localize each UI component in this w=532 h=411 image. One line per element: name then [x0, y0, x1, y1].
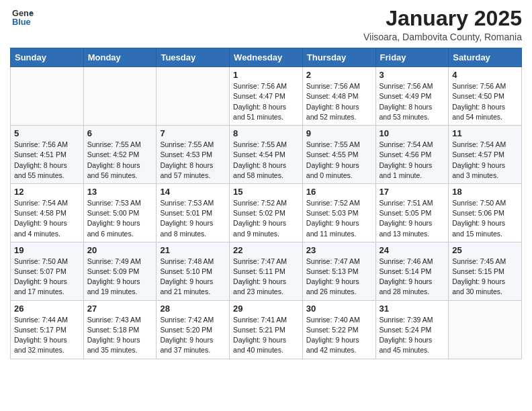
calendar-cell [83, 67, 157, 126]
day-info: Sunrise: 7:44 AMSunset: 5:17 PMDaylight:… [14, 315, 80, 356]
day-number: 22 [233, 245, 299, 255]
calendar-cell: 7Sunrise: 7:55 AMSunset: 4:53 PMDaylight… [157, 126, 230, 184]
location: Viisoara, Dambovita County, Romania [363, 32, 522, 42]
week-row-1: 1Sunrise: 7:56 AMSunset: 4:47 PMDaylight… [11, 67, 522, 126]
logo: General Blue [10, 7, 34, 31]
day-number: 12 [14, 187, 80, 197]
calendar-cell: 12Sunrise: 7:54 AMSunset: 4:58 PMDayligh… [11, 183, 84, 242]
day-number: 24 [380, 245, 445, 255]
calendar-cell: 3Sunrise: 7:56 AMSunset: 4:49 PMDaylight… [375, 67, 449, 126]
weekday-header-friday: Friday [375, 48, 449, 67]
day-number: 15 [233, 187, 299, 197]
day-info: Sunrise: 7:52 AMSunset: 5:02 PMDaylight:… [233, 198, 299, 239]
calendar-cell: 21Sunrise: 7:48 AMSunset: 5:10 PMDayligh… [157, 242, 230, 300]
day-info: Sunrise: 7:55 AMSunset: 4:54 PMDaylight:… [233, 140, 299, 181]
calendar-cell: 19Sunrise: 7:50 AMSunset: 5:07 PMDayligh… [11, 242, 84, 300]
day-number: 4 [452, 70, 518, 80]
day-number: 7 [160, 128, 226, 138]
day-number: 18 [452, 187, 518, 197]
calendar-cell: 26Sunrise: 7:44 AMSunset: 5:17 PMDayligh… [11, 300, 84, 359]
day-number: 26 [14, 304, 80, 314]
calendar-cell: 27Sunrise: 7:43 AMSunset: 5:18 PMDayligh… [83, 300, 157, 359]
day-info: Sunrise: 7:47 AMSunset: 5:13 PMDaylight:… [306, 257, 372, 298]
day-number: 27 [87, 304, 153, 314]
calendar-cell: 4Sunrise: 7:56 AMSunset: 4:50 PMDaylight… [449, 67, 522, 126]
day-info: Sunrise: 7:48 AMSunset: 5:10 PMDaylight:… [160, 257, 226, 298]
day-number: 25 [452, 245, 518, 255]
day-info: Sunrise: 7:54 AMSunset: 4:57 PMDaylight:… [452, 140, 518, 181]
weekday-header-row: SundayMondayTuesdayWednesdayThursdayFrid… [11, 48, 522, 67]
calendar-cell: 10Sunrise: 7:54 AMSunset: 4:56 PMDayligh… [375, 126, 449, 184]
day-info: Sunrise: 7:56 AMSunset: 4:47 PMDaylight:… [233, 81, 299, 122]
day-info: Sunrise: 7:42 AMSunset: 5:20 PMDaylight:… [160, 315, 226, 356]
day-info: Sunrise: 7:39 AMSunset: 5:24 PMDaylight:… [380, 315, 445, 356]
calendar-cell: 6Sunrise: 7:55 AMSunset: 4:52 PMDaylight… [83, 126, 157, 184]
day-info: Sunrise: 7:52 AMSunset: 5:03 PMDaylight:… [306, 198, 372, 239]
day-info: Sunrise: 7:54 AMSunset: 4:58 PMDaylight:… [14, 198, 80, 239]
header: General Blue January 2025 Viisoara, Damb… [10, 7, 522, 42]
day-number: 11 [452, 128, 518, 138]
day-number: 21 [160, 245, 226, 255]
day-info: Sunrise: 7:56 AMSunset: 4:51 PMDaylight:… [14, 140, 80, 181]
calendar-cell: 23Sunrise: 7:47 AMSunset: 5:13 PMDayligh… [302, 242, 375, 300]
calendar-cell: 30Sunrise: 7:40 AMSunset: 5:22 PMDayligh… [302, 300, 375, 359]
day-number: 13 [87, 187, 153, 197]
calendar-cell [449, 300, 522, 359]
weekday-header-monday: Monday [83, 48, 157, 67]
svg-text:Blue: Blue [12, 17, 31, 27]
day-number: 3 [380, 70, 445, 80]
day-number: 23 [306, 245, 372, 255]
calendar-cell: 5Sunrise: 7:56 AMSunset: 4:51 PMDaylight… [11, 126, 84, 184]
calendar-cell: 28Sunrise: 7:42 AMSunset: 5:20 PMDayligh… [157, 300, 230, 359]
calendar-cell: 18Sunrise: 7:50 AMSunset: 5:06 PMDayligh… [449, 183, 522, 242]
week-row-2: 5Sunrise: 7:56 AMSunset: 4:51 PMDaylight… [11, 126, 522, 184]
day-info: Sunrise: 7:46 AMSunset: 5:14 PMDaylight:… [380, 257, 445, 298]
calendar-cell: 13Sunrise: 7:53 AMSunset: 5:00 PMDayligh… [83, 183, 157, 242]
day-number: 6 [87, 128, 153, 138]
day-info: Sunrise: 7:45 AMSunset: 5:15 PMDaylight:… [452, 257, 518, 298]
calendar: SundayMondayTuesdayWednesdayThursdayFrid… [10, 48, 522, 359]
title-block: January 2025 Viisoara, Dambovita County,… [363, 7, 522, 42]
day-info: Sunrise: 7:54 AMSunset: 4:56 PMDaylight:… [380, 140, 445, 181]
day-info: Sunrise: 7:50 AMSunset: 5:07 PMDaylight:… [14, 257, 80, 298]
day-info: Sunrise: 7:49 AMSunset: 5:09 PMDaylight:… [87, 257, 153, 298]
month-title: January 2025 [363, 7, 522, 30]
calendar-cell: 29Sunrise: 7:41 AMSunset: 5:21 PMDayligh… [230, 300, 303, 359]
day-number: 28 [160, 304, 226, 314]
day-number: 30 [306, 304, 372, 314]
day-info: Sunrise: 7:56 AMSunset: 4:48 PMDaylight:… [306, 81, 372, 122]
day-number: 9 [306, 128, 372, 138]
day-info: Sunrise: 7:55 AMSunset: 4:53 PMDaylight:… [160, 140, 226, 181]
day-number: 10 [380, 128, 445, 138]
day-number: 5 [14, 128, 80, 138]
day-number: 19 [14, 245, 80, 255]
day-info: Sunrise: 7:40 AMSunset: 5:22 PMDaylight:… [306, 315, 372, 356]
day-info: Sunrise: 7:50 AMSunset: 5:06 PMDaylight:… [452, 198, 518, 239]
day-info: Sunrise: 7:41 AMSunset: 5:21 PMDaylight:… [233, 315, 299, 356]
day-number: 16 [306, 187, 372, 197]
day-number: 2 [306, 70, 372, 80]
calendar-cell: 24Sunrise: 7:46 AMSunset: 5:14 PMDayligh… [375, 242, 449, 300]
weekday-header-wednesday: Wednesday [230, 48, 303, 67]
calendar-cell: 8Sunrise: 7:55 AMSunset: 4:54 PMDaylight… [230, 126, 303, 184]
calendar-cell: 22Sunrise: 7:47 AMSunset: 5:11 PMDayligh… [230, 242, 303, 300]
calendar-cell: 31Sunrise: 7:39 AMSunset: 5:24 PMDayligh… [375, 300, 449, 359]
calendar-cell [157, 67, 230, 126]
day-number: 1 [233, 70, 299, 80]
calendar-cell [11, 67, 84, 126]
week-row-5: 26Sunrise: 7:44 AMSunset: 5:17 PMDayligh… [11, 300, 522, 359]
calendar-cell: 2Sunrise: 7:56 AMSunset: 4:48 PMDaylight… [302, 67, 375, 126]
page: General Blue January 2025 Viisoara, Damb… [0, 0, 532, 369]
day-number: 20 [87, 245, 153, 255]
day-info: Sunrise: 7:55 AMSunset: 4:52 PMDaylight:… [87, 140, 153, 181]
calendar-cell: 17Sunrise: 7:51 AMSunset: 5:05 PMDayligh… [375, 183, 449, 242]
day-info: Sunrise: 7:55 AMSunset: 4:55 PMDaylight:… [306, 140, 372, 181]
weekday-header-saturday: Saturday [449, 48, 522, 67]
day-info: Sunrise: 7:51 AMSunset: 5:05 PMDaylight:… [380, 198, 445, 239]
calendar-cell: 20Sunrise: 7:49 AMSunset: 5:09 PMDayligh… [83, 242, 157, 300]
day-number: 29 [233, 304, 299, 314]
day-number: 8 [233, 128, 299, 138]
calendar-cell: 11Sunrise: 7:54 AMSunset: 4:57 PMDayligh… [449, 126, 522, 184]
day-number: 14 [160, 187, 226, 197]
day-info: Sunrise: 7:47 AMSunset: 5:11 PMDaylight:… [233, 257, 299, 298]
